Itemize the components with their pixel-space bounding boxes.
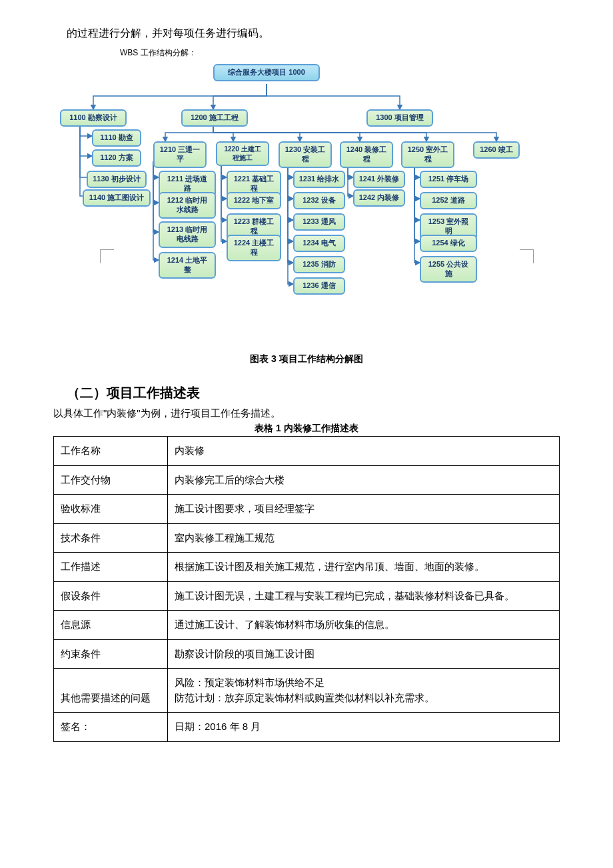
r4-label: 技术条件 (54, 523, 168, 553)
node-1235: 1235 消防 (293, 256, 345, 273)
node-1232: 1232 设备 (293, 192, 345, 209)
node-1255: 1255 公共设施 (420, 256, 477, 283)
node-1214: 1214 土地平整 (159, 252, 216, 279)
r1-label: 工作名称 (54, 437, 168, 466)
node-root: 综合服务大楼项目 1000 (213, 64, 320, 81)
r2-value: 内装修完工后的综合大楼 (168, 465, 560, 495)
node-1254: 1254 绿化 (420, 235, 477, 252)
node-1251: 1251 停车场 (420, 171, 477, 188)
r4-value: 室内装修工程施工规范 (168, 523, 560, 553)
r8-label: 约束条件 (54, 639, 168, 669)
r6-label: 假设条件 (54, 581, 168, 611)
figure-caption: 图表 3 项目工作结构分解图 (53, 353, 560, 365)
node-1260: 1260 竣工 (473, 141, 520, 159)
node-1220: 1220 土建工程施工 (216, 141, 269, 166)
table-caption: 表格 1 内装修工作描述表 (53, 423, 560, 435)
r1-value: 内装修 (168, 437, 560, 466)
wbs-diagram: 综合服务大楼项目 1000 1100 勘察设计 1200 施工工程 1300 项… (53, 63, 546, 343)
node-1234: 1234 电气 (293, 235, 345, 252)
node-1210: 1210 三通一平 (153, 141, 207, 168)
node-1233: 1233 通风 (293, 213, 345, 231)
node-1200: 1200 施工工程 (181, 109, 248, 127)
node-1120: 1120 方案 (92, 149, 141, 167)
r9-label: 其他需要描述的问题 (54, 669, 168, 713)
r10-value: 日期：2016 年 8 月 (168, 713, 560, 742)
section-heading: （二）项目工作描述表 (67, 384, 560, 402)
node-1241: 1241 外装修 (353, 171, 405, 188)
r3-value: 施工设计图要求，项目经理签字 (168, 495, 560, 524)
r5-label: 工作描述 (54, 553, 168, 582)
node-1230: 1230 安装工程 (279, 141, 332, 168)
r3-label: 验收标准 (54, 495, 168, 524)
r2-label: 工作交付物 (54, 465, 168, 495)
node-1250: 1250 室外工程 (401, 141, 454, 168)
node-1213: 1213 临时用电线路 (159, 221, 216, 248)
node-1222: 1222 地下室 (227, 192, 281, 209)
work-description-table: 工作名称内装修 工作交付物内装修完工后的综合大楼 验收标准施工设计图要求，项目经… (53, 436, 560, 742)
r8-value: 勘察设计阶段的项目施工设计图 (168, 639, 560, 669)
intro-text: 的过程进行分解，并对每项任务进行编码。 (53, 27, 560, 41)
node-1110: 1110 勘查 (92, 129, 141, 147)
r10-label: 签名： (54, 713, 168, 742)
r9-value: 风险：预定装饰材料市场供给不足 防范计划：放弃原定装饰材料或购置类似材料以补充需… (168, 669, 560, 713)
node-1242: 1242 内装修 (353, 189, 405, 207)
r6-value: 施工设计图无误，土建工程与安装工程均已完成，基础装修材料设备已具备。 (168, 581, 560, 611)
node-1231: 1231 给排水 (293, 171, 345, 188)
wbs-label: WBS 工作结构分解： (120, 47, 560, 59)
node-1240: 1240 装修工程 (340, 141, 393, 168)
node-1100: 1100 勘察设计 (60, 109, 127, 127)
node-1252: 1252 道路 (420, 192, 477, 209)
subtext: 以具体工作"内装修"为例，进行项目工作任务描述。 (53, 407, 560, 420)
node-1140: 1140 施工图设计 (83, 189, 151, 207)
r7-label: 信息源 (54, 611, 168, 640)
node-1224: 1224 主楼工程 (227, 235, 281, 261)
node-1300: 1300 项目管理 (366, 109, 433, 127)
node-1212: 1212 临时用水线路 (159, 192, 216, 219)
r7-value: 通过施工设计、了解装饰材料市场所收集的信息。 (168, 611, 560, 640)
r5-value: 根据施工设计图及相关施工规范，进行室内吊顶、墙面、地面的装修。 (168, 553, 560, 582)
node-1236: 1236 通信 (293, 277, 345, 295)
node-1130: 1130 初步设计 (87, 171, 147, 188)
